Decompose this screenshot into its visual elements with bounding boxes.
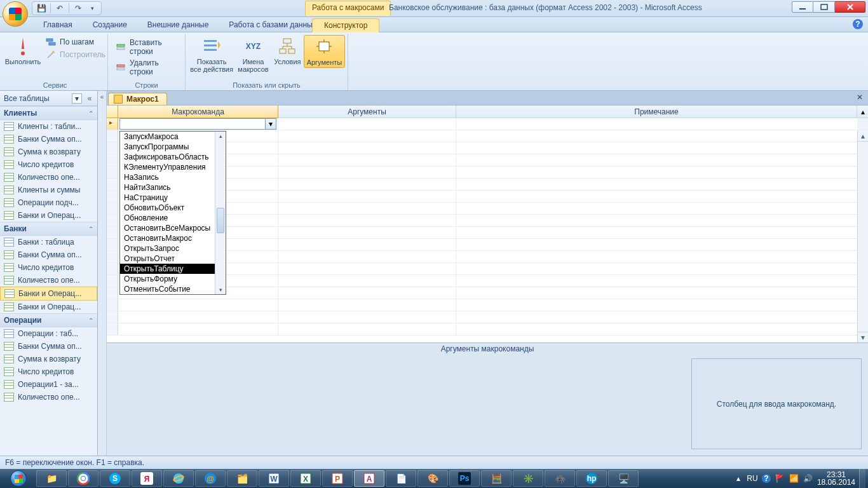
taskbar-notepad[interactable]: 📄 <box>386 470 416 487</box>
run-button[interactable]: Выполнить <box>5 35 41 67</box>
dropdown-option[interactable]: ОткрытьОтчет <box>120 254 226 264</box>
scrollbar-thumb[interactable] <box>217 208 224 233</box>
dropdown-option[interactable]: ЗапускМакроса <box>120 132 226 142</box>
tab-external-data[interactable]: Внешние данные <box>137 18 219 32</box>
cell-command[interactable]: ▾ <box>118 118 278 130</box>
taskbar-ie[interactable] <box>163 470 194 487</box>
taskbar-hp[interactable]: hp <box>576 470 607 487</box>
redo-icon[interactable]: ↷ <box>73 3 83 13</box>
taskbar-app3[interactable]: 🖥️ <box>608 470 639 487</box>
dropdown-option[interactable]: ОстановитьВсеМакросы <box>120 223 226 233</box>
document-close-icon[interactable]: ✕ <box>855 93 864 102</box>
nav-filter-dropdown[interactable]: ▾ <box>72 93 82 104</box>
dropdown-scrollbar[interactable]: ▴ ▾ <box>215 132 226 294</box>
dropdown-option[interactable]: ОтменитьСобытие <box>120 284 226 294</box>
dropdown-option[interactable]: ОбновитьОбъект <box>120 203 226 213</box>
taskbar-calculator[interactable]: 🧮 <box>481 470 512 487</box>
nav-item[interactable]: Банки и Операц... <box>0 287 97 301</box>
taskbar-skype[interactable]: S <box>100 470 130 487</box>
tab-database-tools[interactable]: Работа с базами данных <box>219 18 326 32</box>
taskbar-access[interactable]: A <box>354 470 384 487</box>
nav-item[interactable]: Число кредитов <box>0 158 97 171</box>
row-selector[interactable] <box>107 287 118 299</box>
row-selector[interactable] <box>107 323 118 335</box>
nav-group-header[interactable]: Операции⌃ <box>0 313 97 327</box>
row-selector[interactable] <box>107 263 118 274</box>
nav-group-header[interactable]: Клиенты⌃ <box>0 106 97 120</box>
dropdown-option[interactable]: ОткрытьЗапрос <box>120 243 226 254</box>
cell-arguments[interactable] <box>278 203 456 214</box>
cell-note[interactable] <box>456 299 857 311</box>
nav-item[interactable]: Число кредитов <box>0 365 97 378</box>
start-button[interactable] <box>1 469 36 488</box>
taskbar-paint[interactable]: 🎨 <box>417 470 448 487</box>
taskbar-photoshop[interactable]: Ps <box>449 470 480 487</box>
cell-command[interactable] <box>118 311 278 323</box>
conditions-button[interactable]: Условия <box>271 35 304 67</box>
cell-arguments[interactable] <box>278 154 456 166</box>
table-row[interactable]: ▾ <box>107 118 868 130</box>
scroll-down-icon[interactable]: ▾ <box>858 332 868 342</box>
nav-item[interactable]: Количество опе... <box>0 171 97 184</box>
cell-arguments[interactable] <box>278 142 456 154</box>
delete-rows-button[interactable]: Удалить строки <box>114 58 179 77</box>
cell-note[interactable] <box>456 263 857 274</box>
row-selector[interactable] <box>107 251 118 262</box>
row-selector[interactable] <box>107 142 118 154</box>
qat-dropdown-icon[interactable]: ▾ <box>87 3 97 13</box>
cell-note[interactable] <box>456 239 857 250</box>
save-icon[interactable]: 💾 <box>36 3 46 13</box>
nav-item[interactable]: Сумма к возврату <box>0 353 97 365</box>
document-tab[interactable]: Макрос1 <box>108 93 167 105</box>
cell-arguments[interactable] <box>278 311 456 323</box>
column-header-note[interactable]: Примечание <box>456 105 857 118</box>
step-into-button[interactable]: По шагам <box>44 36 107 48</box>
command-combobox[interactable]: ▾ <box>119 118 276 130</box>
dropdown-option[interactable]: ЗапускПрограммы <box>120 142 226 152</box>
cell-arguments[interactable] <box>278 275 456 287</box>
nav-item[interactable]: Сумма к возврату <box>0 146 97 158</box>
cell-arguments[interactable] <box>278 299 456 311</box>
row-selector[interactable] <box>107 166 118 178</box>
taskbar-app1[interactable]: ✳️ <box>513 470 543 487</box>
row-selector[interactable] <box>107 118 118 130</box>
tray-clock[interactable]: 23:31 18.06.2014 <box>817 471 855 486</box>
macro-names-button[interactable]: XYZ Имена макросов <box>235 35 271 74</box>
table-row[interactable] <box>107 323 868 336</box>
nav-item[interactable]: Число кредитов <box>0 261 97 274</box>
command-dropdown-list[interactable]: ЗапускМакросаЗапускПрограммыЗафиксироват… <box>119 131 226 295</box>
cell-arguments[interactable] <box>278 251 456 262</box>
nav-item[interactable]: Операции подч... <box>0 196 97 209</box>
nav-item[interactable]: Банки и Операц... <box>0 301 97 313</box>
cell-note[interactable] <box>456 275 857 287</box>
show-all-actions-button[interactable]: Показать все действия <box>188 35 235 74</box>
help-icon[interactable]: ? <box>853 19 863 29</box>
dropdown-option[interactable]: НаСтраницу <box>120 193 226 203</box>
cell-arguments[interactable] <box>278 239 456 250</box>
row-selector[interactable] <box>107 311 118 323</box>
row-selector[interactable] <box>107 227 118 238</box>
cell-note[interactable] <box>456 215 857 226</box>
column-header-command[interactable]: Макрокоманда <box>118 105 278 118</box>
nav-item[interactable]: Банки Сумма оп... <box>0 248 97 261</box>
taskbar-mailru[interactable]: @ <box>195 470 226 487</box>
row-selector[interactable] <box>107 154 118 166</box>
taskbar-yandex[interactable]: Я <box>132 470 162 487</box>
row-selector[interactable] <box>107 203 118 214</box>
undo-icon[interactable]: ↶ <box>55 3 65 13</box>
cell-note[interactable] <box>456 166 857 178</box>
cell-arguments[interactable] <box>278 179 456 190</box>
nav-item[interactable]: Банки Сумма оп... <box>0 340 97 353</box>
dropdown-option[interactable]: КЭлементуУправления <box>120 162 226 172</box>
cell-note[interactable] <box>456 227 857 238</box>
cell-note[interactable] <box>456 323 857 335</box>
cell-command[interactable] <box>118 323 278 335</box>
taskbar-powerpoint[interactable]: P <box>322 470 353 487</box>
office-button[interactable] <box>3 1 28 27</box>
nav-item[interactable]: Клиенты : табли... <box>0 120 97 133</box>
minimize-button[interactable] <box>792 1 813 13</box>
tray-show-hidden-icon[interactable]: ▴ <box>733 473 743 484</box>
scroll-up-icon[interactable]: ▴ <box>858 131 868 142</box>
row-selector[interactable] <box>107 239 118 250</box>
nav-item[interactable]: Операции1 - за... <box>0 378 97 391</box>
